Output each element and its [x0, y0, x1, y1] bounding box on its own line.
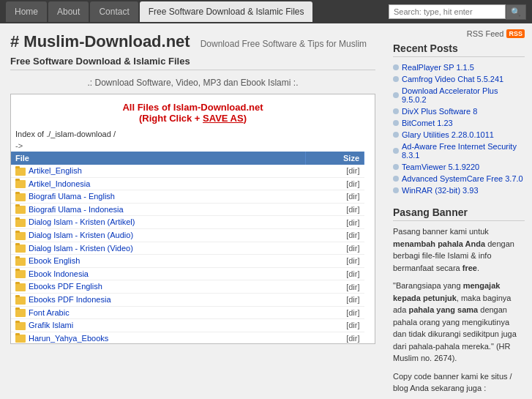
site-title: # Muslim-Download.net	[10, 32, 190, 51]
file-cell: Font Arabic	[11, 306, 305, 319]
recent-post-link[interactable]: Advanced SystemCare Free 3.7.0	[402, 174, 523, 183]
file-cell: Ebook Indonesia	[11, 267, 305, 280]
bullet-icon	[393, 64, 399, 70]
recent-post-link[interactable]: WinRAR (32-bit) 3.93	[402, 186, 479, 195]
file-link[interactable]: Harun_Yahya_Ebooks	[29, 334, 108, 343]
file-cell: Dialog Islam - Kristen (Audio)	[11, 228, 305, 242]
recent-post-link[interactable]: Download Accelerator Plus 9.5.0.2	[402, 86, 525, 104]
size-cell: [dir]	[305, 319, 364, 332]
recent-post-link[interactable]: Camfrog Video Chat 5.5.241	[402, 75, 503, 83]
table-header-row: File Size	[11, 152, 364, 165]
size-cell: [dir]	[305, 216, 364, 229]
file-table: File Size Artikel_English[dir]Artikel_In…	[11, 152, 364, 343]
list-item: BitComet 1.23	[393, 117, 525, 129]
all-files-line1: All Files of Islam-Download.net	[14, 102, 372, 113]
file-link[interactable]: Ebook English	[29, 256, 80, 265]
all-files-header: All Files of Islam-Download.net (Right C…	[11, 94, 375, 127]
table-row: Dialog Islam - Kristen (Artikel)[dir]	[11, 216, 364, 229]
list-item: DivX Plus Software 8	[393, 105, 525, 117]
file-cell: Biografi Ulama - Indonesia	[11, 203, 305, 216]
folder-icon	[15, 309, 26, 317]
bullet-icon	[393, 92, 399, 98]
pasang-banner-text2: Copy code banner kami ke situs / blog An…	[393, 370, 525, 395]
list-item: Glary Utilities 2.28.0.1011	[393, 129, 525, 141]
folder-icon	[15, 258, 26, 266]
folder-icon	[15, 232, 26, 240]
file-table-body: Artikel_English[dir]Artikel_Indonesia[di…	[11, 165, 364, 343]
table-row: Ebook English[dir]	[11, 255, 364, 268]
file-link[interactable]: Ebook Indonesia	[29, 269, 89, 278]
file-cell: Dialog Islam - Kristen (Artikel)	[11, 216, 305, 229]
search-button[interactable]: 🔍	[506, 4, 526, 20]
size-cell: [dir]	[305, 255, 364, 268]
size-cell: [dir]	[305, 332, 364, 343]
recent-post-link[interactable]: DivX Plus Software 8	[402, 107, 477, 116]
nav-tab-home[interactable]: Home	[6, 1, 47, 22]
col-size-header: Size	[305, 152, 364, 165]
top-nav: Home About Contact Free Software Downloa…	[0, 0, 532, 23]
size-cell: [dir]	[305, 306, 364, 319]
file-box-inner[interactable]: All Files of Islam-Download.net (Right C…	[11, 94, 375, 343]
table-row: Biografi Ulama - Indonesia[dir]	[11, 203, 364, 216]
folder-icon	[15, 219, 26, 227]
file-link[interactable]: Artikel_Indonesia	[29, 179, 90, 188]
pasang-banner-quote: "Barangsiapa yang mengajak kepada petunj…	[393, 280, 525, 365]
file-link[interactable]: Ebooks PDF English	[29, 282, 102, 291]
site-header: # Muslim-Download.net Download Free Soft…	[10, 32, 375, 51]
recent-post-link[interactable]: BitComet 1.23	[402, 119, 453, 127]
folder-icon	[15, 283, 26, 291]
size-cell: [dir]	[305, 267, 364, 280]
file-link[interactable]: Dialog Islam - Kristen (Video)	[29, 244, 133, 253]
main-wrap: # Muslim-Download.net Download Free Soft…	[0, 23, 532, 399]
file-cell: Ebooks PDF English	[11, 280, 305, 294]
size-cell: [dir]	[305, 190, 364, 204]
recent-post-link[interactable]: Glary Utilities 2.28.0.1011	[402, 130, 494, 139]
bullet-icon	[393, 132, 399, 138]
file-link[interactable]: Dialog Islam - Kristen (Audio)	[29, 231, 133, 239]
recent-post-link[interactable]: TeamViewer 5.1.9220	[402, 163, 479, 171]
search-input[interactable]	[389, 4, 506, 19]
file-link[interactable]: Ebooks PDF Indonesia	[29, 295, 111, 304]
file-cell: Biografi Ulama - English	[11, 190, 305, 204]
file-link[interactable]: Font Arabic	[29, 308, 70, 317]
list-item: RealPlayer SP 1.1.5	[393, 61, 525, 73]
size-cell: [dir]	[305, 242, 364, 255]
file-link[interactable]: Grafik Islami	[29, 321, 73, 329]
folder-icon	[15, 335, 26, 343]
file-link[interactable]: Biografi Ulama - Indonesia	[29, 205, 124, 214]
rss-icon[interactable]: RSS	[506, 29, 525, 38]
recent-posts-title: Recent Posts	[393, 42, 525, 57]
file-link[interactable]: Artikel_English	[29, 166, 82, 175]
folder-icon	[15, 180, 26, 188]
list-item: Ad-Aware Free Internet Security 8.3.1	[393, 141, 525, 161]
file-cell: Artikel_English	[11, 165, 305, 177]
size-cell: [dir]	[305, 280, 364, 294]
list-item: Download Accelerator Plus 9.5.0.2	[393, 85, 525, 105]
recent-post-link[interactable]: RealPlayer SP 1.1.5	[402, 63, 474, 72]
rss-bar: RSS Feed RSS	[393, 29, 525, 38]
nav-tab-free-software[interactable]: Free Software Download & Islamic Files	[140, 1, 313, 22]
folder-icon	[15, 297, 26, 305]
bullet-icon	[393, 76, 399, 82]
recent-posts-list: RealPlayer SP 1.1.5Camfrog Video Chat 5.…	[393, 61, 525, 196]
folder-icon	[15, 270, 26, 278]
col-file-header: File	[11, 152, 305, 165]
table-row: Ebooks PDF English[dir]	[11, 280, 364, 294]
size-cell: [dir]	[305, 293, 364, 306]
size-cell: [dir]	[305, 203, 364, 216]
nav-tab-about[interactable]: About	[48, 1, 89, 22]
recent-post-link[interactable]: Ad-Aware Free Internet Security 8.3.1	[402, 142, 525, 160]
file-link[interactable]: Dialog Islam - Kristen (Artikel)	[29, 217, 135, 226]
list-item: WinRAR (32-bit) 3.93	[393, 184, 525, 196]
download-label: .: Download Software, Video, MP3 dan Ebo…	[10, 78, 375, 88]
table-row: Artikel_English[dir]	[11, 165, 364, 177]
table-row: Artikel_Indonesia[dir]	[11, 177, 364, 190]
nav-tab-contact[interactable]: Contact	[90, 1, 138, 22]
search-area: 🔍	[389, 4, 526, 20]
page-heading: Free Software Download & Islamic Files	[10, 56, 375, 70]
file-link[interactable]: Biografi Ulama - English	[29, 192, 115, 201]
sidebar: RSS Feed RSS Recent Posts RealPlayer SP …	[386, 23, 532, 399]
list-item: TeamViewer 5.1.9220	[393, 161, 525, 173]
bullet-icon	[393, 120, 399, 126]
folder-icon	[15, 322, 26, 330]
